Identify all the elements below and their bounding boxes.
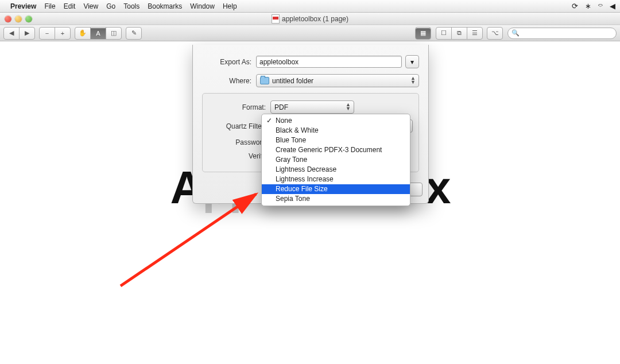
chevron-right-icon: ▶	[25, 29, 29, 37]
zoom-out-button[interactable]: −	[39, 27, 55, 40]
export-as-label: Export As:	[202, 58, 251, 66]
menubar-item-view[interactable]: View	[83, 2, 98, 10]
layout-segment: ☐ ⧉ ☰	[436, 27, 482, 40]
quartz-filter-menu: ✓None Black & White Blue Tone Create Gen…	[261, 114, 410, 206]
text-select-tool-button[interactable]: A	[90, 27, 106, 40]
layout-single-button[interactable]: ☐	[436, 27, 452, 40]
quartz-filter-label: Quartz Filter:	[208, 122, 266, 130]
quartz-option-none[interactable]: ✓None	[262, 116, 410, 126]
menubar-item-help[interactable]: Help	[223, 2, 237, 10]
folder-icon	[260, 77, 269, 84]
hand-icon: ✋	[79, 29, 87, 37]
overflow-icon: ⌥	[491, 29, 499, 37]
quartz-option-sepia-tone[interactable]: Sepia Tone	[262, 194, 410, 204]
window-title: appletoolbox (1 page)	[0, 14, 620, 24]
menubar-item-bookmarks[interactable]: Bookmarks	[148, 2, 182, 10]
pencil-icon: ✎	[131, 29, 137, 37]
search-field[interactable]: 🔍	[507, 28, 617, 39]
wifi-icon[interactable]: ⌔	[598, 2, 603, 10]
format-label: Format:	[208, 103, 266, 111]
quartz-option-lightness-decrease[interactable]: Lightness Decrease	[262, 165, 410, 175]
menubar-item-tools[interactable]: Tools	[123, 2, 140, 10]
marquee-icon: ◫	[111, 29, 117, 37]
expand-dialog-button[interactable]: ▾	[405, 55, 419, 68]
password-label: Password	[208, 138, 266, 146]
menubar-items: Preview File Edit View Go Tools Bookmark…	[10, 2, 237, 10]
tool-mode-segment: ✋ A ◫	[75, 27, 121, 40]
minus-icon: −	[45, 30, 49, 37]
quartz-option-lightness-increase[interactable]: Lightness Increase	[262, 175, 410, 184]
nav-segment: ◀ ▶	[3, 27, 34, 40]
quartz-option-black-white[interactable]: Black & White	[262, 126, 410, 135]
where-label: Where:	[202, 77, 251, 85]
text-select-icon: A	[96, 30, 100, 37]
nav-next-button[interactable]: ▶	[19, 27, 35, 40]
updown-icon: ▲▼	[346, 103, 351, 111]
mac-menubar: Preview File Edit View Go Tools Bookmark…	[0, 0, 620, 13]
menubar-item-file[interactable]: File	[44, 2, 55, 10]
format-select[interactable]: PDF ▲▼	[270, 100, 354, 114]
plus-icon: +	[61, 30, 64, 37]
sheet-icon: ☰	[472, 29, 478, 37]
zoom-in-button[interactable]: +	[55, 27, 71, 40]
quartz-option-gray-tone[interactable]: Gray Tone	[262, 155, 410, 165]
menubar-app-name[interactable]: Preview	[10, 2, 36, 10]
window-titlebar: appletoolbox (1 page)	[0, 13, 620, 25]
menubar-right: ⟳ ∗ ⌔ ◀	[572, 2, 615, 10]
window-title-text: appletoolbox (1 page)	[282, 15, 348, 23]
quartz-option-pdfx3[interactable]: Create Generic PDFX-3 Document	[262, 145, 410, 155]
where-value: untitled folder	[272, 77, 313, 85]
export-as-field[interactable]: appletoolbox	[256, 56, 402, 68]
where-select[interactable]: untitled folder ▲▼	[256, 74, 419, 87]
chevron-left-icon: ◀	[9, 29, 14, 37]
rect-select-tool-button[interactable]: ◫	[106, 27, 122, 40]
quartz-option-blue-tone[interactable]: Blue Tone	[262, 135, 410, 145]
quartz-option-reduce-file-size[interactable]: Reduce File Size	[262, 184, 410, 194]
page-icon: ☐	[441, 29, 447, 37]
facing-icon: ⧉	[457, 29, 462, 37]
check-icon: ✓	[266, 116, 272, 126]
menubar-item-edit[interactable]: Edit	[64, 2, 76, 10]
edit-annotate-button[interactable]: ✎	[126, 27, 142, 40]
document-pdf-icon	[272, 14, 280, 24]
chevron-down-icon: ▾	[410, 58, 414, 66]
grid-icon: ▦	[420, 29, 426, 37]
layout-facing-button[interactable]: ⧉	[451, 27, 467, 40]
format-value: PDF	[274, 103, 288, 111]
search-icon: 🔍	[512, 29, 520, 37]
menubar-item-go[interactable]: Go	[106, 2, 115, 10]
menubar-item-window[interactable]: Window	[190, 2, 215, 10]
hand-tool-button[interactable]: ✋	[75, 27, 91, 40]
nav-prev-button[interactable]: ◀	[3, 27, 20, 40]
toolbar-overflow-button[interactable]: ⌥	[487, 27, 503, 40]
bg-text-tail: x	[425, 162, 450, 213]
view-mode-button[interactable]: ▦	[415, 27, 431, 40]
verify-label: Verify	[208, 152, 266, 160]
preview-window: appletoolbox (1 page) ◀ ▶ − + ✋ A ◫ ✎ ▦ …	[0, 13, 620, 41]
preview-toolbar: ◀ ▶ − + ✋ A ◫ ✎ ▦ ☐ ⧉ ☰ ⌥ 🔍	[0, 25, 620, 41]
volume-icon[interactable]: ◀	[610, 2, 615, 10]
bluetooth-icon[interactable]: ∗	[585, 2, 591, 10]
updown-icon: ▲▼	[410, 76, 416, 84]
sync-icon[interactable]: ⟳	[572, 2, 578, 10]
layout-sheet-button[interactable]: ☰	[467, 27, 483, 40]
zoom-segment: − +	[39, 27, 70, 40]
